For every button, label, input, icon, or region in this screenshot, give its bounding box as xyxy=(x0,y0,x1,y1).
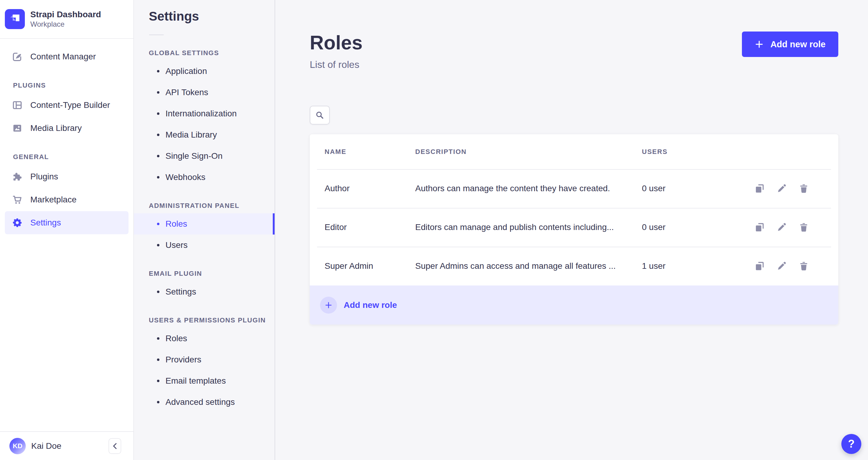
workspace-name: Workplace xyxy=(30,20,101,29)
help-button[interactable]: ? xyxy=(841,434,861,454)
sidebar-item-marketplace[interactable]: Marketplace xyxy=(5,188,128,211)
row-actions xyxy=(754,183,809,194)
search-button[interactable] xyxy=(310,106,330,125)
bullet-icon xyxy=(157,176,159,179)
subnav-list-users-permissions: Roles Providers Email templates Advanced… xyxy=(134,328,275,413)
role-users-count: 0 user xyxy=(642,222,745,232)
subnav-item-up-advanced-settings[interactable]: Advanced settings xyxy=(134,392,275,413)
workspace-brand[interactable]: Strapi Dashboard Workplace xyxy=(0,0,133,39)
subnav-item-application[interactable]: Application xyxy=(134,61,275,82)
sidebar-item-settings[interactable]: Settings xyxy=(5,211,128,234)
bullet-icon xyxy=(157,401,159,403)
collapse-sidebar-button[interactable] xyxy=(108,438,121,454)
sidebar-item-label: Content-Type Builder xyxy=(30,100,110,110)
plus-circle-badge xyxy=(320,297,337,314)
bullet-icon xyxy=(157,155,159,157)
bullet-icon xyxy=(157,337,159,340)
subnav-title: Settings xyxy=(149,9,275,24)
subnav-item-api-tokens[interactable]: API Tokens xyxy=(134,82,275,103)
media-library-icon xyxy=(12,123,23,133)
subnav-item-up-providers[interactable]: Providers xyxy=(134,349,275,370)
edit-role-button[interactable] xyxy=(776,260,787,272)
bullet-icon xyxy=(157,91,159,94)
subnav-item-up-roles[interactable]: Roles xyxy=(134,328,275,349)
table-header-row: NAME DESCRIPTION USERS xyxy=(310,134,838,169)
delete-role-button[interactable] xyxy=(798,260,809,272)
bullet-icon xyxy=(157,290,159,293)
avatar[interactable]: KD xyxy=(9,438,26,454)
content-manager-icon xyxy=(12,52,23,62)
table-row-author[interactable]: Author Authors can manage the content th… xyxy=(310,169,838,208)
app-title: Strapi Dashboard xyxy=(30,9,101,20)
table-row-super-admin[interactable]: Super Admin Super Admins can access and … xyxy=(310,247,838,285)
role-name: Author xyxy=(324,184,415,193)
table-row-editor[interactable]: Editor Editors can manage and publish co… xyxy=(310,208,838,247)
edit-pencil-icon xyxy=(776,222,787,233)
role-description: Super Admins can access and manage all f… xyxy=(415,261,642,271)
trash-icon xyxy=(798,222,809,233)
duplicate-role-button[interactable] xyxy=(754,260,765,272)
column-header-name: NAME xyxy=(324,148,415,156)
subnav-item-webhooks[interactable]: Webhooks xyxy=(134,167,275,188)
delete-role-button[interactable] xyxy=(798,222,809,233)
main-nav-list: Content Manager PLUGINS Content-Type Bui… xyxy=(0,45,133,234)
trash-icon xyxy=(798,183,809,194)
edit-role-button[interactable] xyxy=(776,222,787,233)
settings-subnav: Settings GLOBAL SETTINGS Application API… xyxy=(134,0,275,460)
subnav-list-global-settings: Application API Tokens Internationalizat… xyxy=(134,61,275,188)
trash-icon xyxy=(798,260,809,272)
sidebar-item-label: Plugins xyxy=(30,172,58,182)
row-actions xyxy=(754,222,809,233)
column-header-description: DESCRIPTION xyxy=(415,148,642,156)
duplicate-icon xyxy=(754,222,765,233)
role-description: Editors can manage and publish contents … xyxy=(415,222,642,232)
column-header-users: USERS xyxy=(642,148,745,156)
subnav-item-single-sign-on[interactable]: Single Sign-On xyxy=(134,146,275,167)
sidebar-item-content-manager[interactable]: Content Manager xyxy=(5,45,128,68)
bullet-icon xyxy=(157,223,159,225)
plus-icon xyxy=(755,40,764,49)
subnav-list-email-plugin: Settings xyxy=(134,281,275,302)
subnav-item-internationalization[interactable]: Internationalization xyxy=(134,103,275,124)
sidebar-item-content-type-builder[interactable]: Content-Type Builder xyxy=(5,94,128,117)
search-icon xyxy=(315,111,324,120)
subnav-item-media-library[interactable]: Media Library xyxy=(134,124,275,146)
add-new-role-button[interactable]: Add new role xyxy=(742,32,838,57)
sidebar-item-label: Settings xyxy=(30,218,61,227)
role-name: Super Admin xyxy=(324,261,415,271)
roles-table-card: NAME DESCRIPTION USERS Author Authors ca… xyxy=(310,134,838,325)
bullet-icon xyxy=(157,113,159,115)
table-footer-add-role[interactable]: Add new role xyxy=(310,285,838,325)
bullet-icon xyxy=(157,359,159,361)
delete-role-button[interactable] xyxy=(798,183,809,194)
role-description: Authors can manage the content they have… xyxy=(415,184,642,193)
sidebar-item-label: Media Library xyxy=(30,123,82,133)
duplicate-role-button[interactable] xyxy=(754,222,765,233)
edit-role-button[interactable] xyxy=(776,183,787,194)
subnav-title-divider xyxy=(149,35,164,35)
duplicate-icon xyxy=(754,260,765,272)
subnav-item-up-email-templates[interactable]: Email templates xyxy=(134,370,275,392)
sidebar-item-media-library[interactable]: Media Library xyxy=(5,117,128,140)
sidebar-item-plugins[interactable]: Plugins xyxy=(5,165,128,188)
plugins-icon xyxy=(12,172,23,182)
chevron-left-icon xyxy=(112,443,118,450)
subnav-item-admin-users[interactable]: Users xyxy=(134,235,275,256)
subnav-item-admin-roles[interactable]: Roles xyxy=(134,213,275,235)
duplicate-role-button[interactable] xyxy=(754,183,765,194)
subnav-item-email-settings[interactable]: Settings xyxy=(134,281,275,302)
subnav-list-administration-panel: Roles Users xyxy=(134,213,275,256)
subnav-section-global-settings: GLOBAL SETTINGS xyxy=(149,49,275,57)
bullet-icon xyxy=(157,134,159,136)
marketplace-icon xyxy=(12,194,23,205)
subnav-section-users-permissions-plugin: USERS & PERMISSIONS PLUGIN xyxy=(149,316,275,324)
main-content: Roles List of roles Add new role NAME DE… xyxy=(275,0,868,460)
edit-pencil-icon xyxy=(776,183,787,194)
footer-add-role-label: Add new role xyxy=(344,300,397,310)
page-subtitle: List of roles xyxy=(310,59,363,70)
strapi-logo-icon xyxy=(5,9,25,29)
duplicate-icon xyxy=(754,183,765,194)
row-actions xyxy=(754,260,809,272)
page-title: Roles xyxy=(310,32,363,54)
bullet-icon xyxy=(157,70,159,72)
